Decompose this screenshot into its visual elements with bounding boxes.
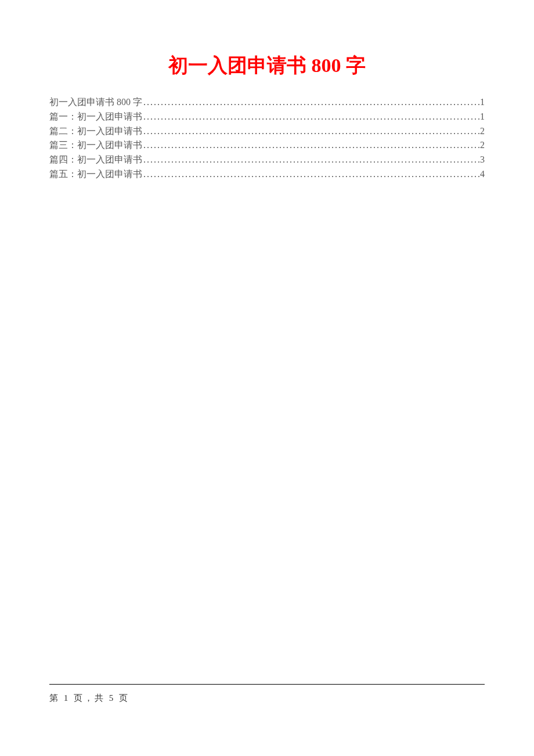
toc-label: 初一入团申请书 800 字	[49, 95, 142, 110]
toc-page-number: 2	[480, 138, 485, 153]
toc-leader-dots: ........................................…	[142, 110, 480, 124]
toc-entry[interactable]: 篇三：初一入团申请书 .............................…	[49, 138, 485, 153]
toc-page-number: 3	[480, 153, 485, 167]
toc-page-number: 2	[480, 124, 485, 139]
toc-entry[interactable]: 初一入团申请书 800 字 ..........................…	[49, 95, 485, 110]
toc-leader-dots: ........................................…	[142, 167, 480, 182]
table-of-contents: 初一入团申请书 800 字 ..........................…	[49, 95, 485, 182]
toc-entry[interactable]: 篇四：初一入团申请书 .............................…	[49, 153, 485, 167]
toc-leader-dots: ........................................…	[142, 95, 480, 110]
toc-page-number: 4	[480, 167, 485, 182]
toc-page-number: 1	[480, 95, 485, 110]
page-footer: 第 1 页，共 5 页	[49, 684, 485, 704]
toc-entry[interactable]: 篇一：初一入团申请书 .............................…	[49, 110, 485, 124]
toc-page-number: 1	[480, 110, 485, 124]
toc-entry[interactable]: 篇五：初一入团申请书 .............................…	[49, 167, 485, 182]
toc-leader-dots: ........................................…	[142, 138, 480, 153]
page-number-text: 第 1 页，共 5 页	[49, 693, 485, 704]
toc-label: 篇二：初一入团申请书	[49, 124, 142, 139]
toc-label: 篇四：初一入团申请书	[49, 153, 142, 167]
toc-label: 篇三：初一入团申请书	[49, 138, 142, 153]
toc-entry[interactable]: 篇二：初一入团申请书 .............................…	[49, 124, 485, 139]
footer-divider	[49, 684, 485, 685]
toc-label: 篇一：初一入团申请书	[49, 110, 142, 124]
document-title: 初一入团申请书 800 字	[49, 52, 485, 79]
toc-label: 篇五：初一入团申请书	[49, 167, 142, 182]
toc-leader-dots: ........................................…	[142, 124, 480, 139]
toc-leader-dots: ........................................…	[142, 153, 480, 167]
